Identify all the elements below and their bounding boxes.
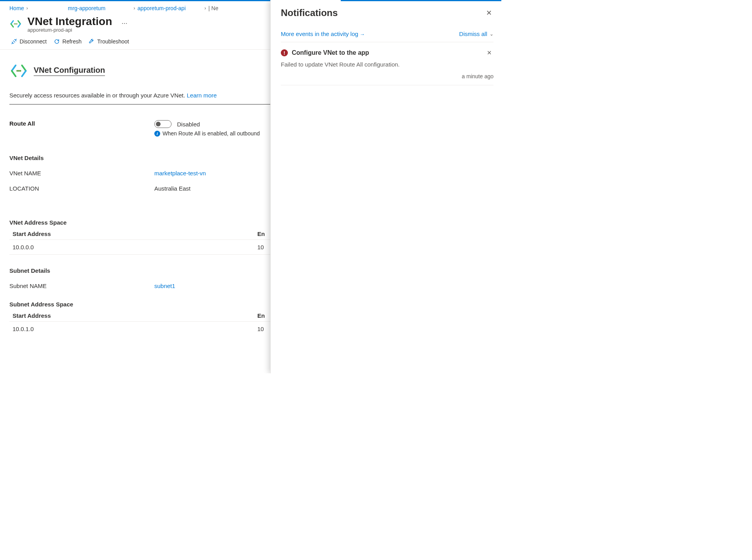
wrench-icon [89, 38, 95, 45]
route-all-state: Disabled [177, 121, 200, 128]
route-all-info: When Route All is enabled, all outbound [163, 130, 260, 137]
error-icon: ! [281, 49, 288, 56]
svg-point-5 [20, 70, 22, 72]
vnet-icon [9, 61, 28, 80]
route-all-label: Route All [9, 120, 154, 127]
vnet-name-label: VNet NAME [9, 170, 154, 176]
notification-item-title: Configure VNet to the app [292, 49, 481, 56]
content-area: VNet Configuration Securely access resou… [0, 50, 313, 336]
disconnect-icon [11, 38, 17, 45]
table-row: 10.0.0.0 10 [9, 239, 304, 255]
chevron-down-icon: ⌄ [490, 31, 494, 37]
vnet-details-heading: VNet Details [9, 155, 304, 161]
dismiss-all-button[interactable]: Dismiss all ⌄ [459, 31, 494, 37]
disconnect-button[interactable]: Disconnect [11, 38, 47, 45]
info-icon: i [154, 131, 160, 137]
vnet-icon [9, 18, 22, 30]
svg-point-2 [16, 23, 17, 24]
troubleshoot-label: Troubleshoot [97, 38, 129, 45]
breadcrumb-home[interactable]: Home [9, 5, 24, 11]
notification-item-message: Failed to update VNet Route All configur… [281, 61, 494, 68]
svg-point-3 [16, 70, 18, 72]
section-title: VNet Configuration [34, 66, 105, 76]
refresh-label: Refresh [62, 38, 81, 45]
vnet-location-label: LOCATION [9, 185, 154, 192]
breadcrumb-app[interactable]: apporetum-prod-api [137, 5, 186, 11]
learn-more-link[interactable]: Learn more [187, 92, 217, 99]
disconnect-label: Disconnect [20, 38, 47, 45]
vnet-name-link[interactable]: marketplace-test-vn [154, 170, 206, 176]
svg-point-0 [14, 23, 15, 24]
svg-point-4 [18, 70, 20, 72]
notification-item-time: a minute ago [281, 73, 494, 79]
breadcrumb-rg[interactable]: mrg-apporetum [68, 5, 105, 11]
notifications-panel: Notifications ✕ More events in the activ… [270, 0, 501, 373]
close-icon: ✕ [486, 9, 492, 17]
troubleshoot-button[interactable]: Troubleshoot [89, 38, 129, 45]
chevron-right-icon: › [204, 5, 206, 11]
more-menu-button[interactable]: ··· [121, 19, 127, 27]
section-description: Securely access resources available in o… [9, 83, 304, 104]
chevron-right-icon: › [134, 5, 135, 11]
desc-text: Securely access resources available in o… [9, 92, 187, 99]
more-events-link[interactable]: More events in the activity log [281, 31, 365, 37]
vnet-addr-heading: VNet Address Space [9, 219, 304, 226]
chevron-right-icon: › [26, 5, 28, 11]
refresh-button[interactable]: Refresh [54, 38, 81, 45]
subnet-name-link[interactable]: subnet1 [154, 283, 175, 289]
page-title: VNet Integration [27, 15, 112, 28]
svg-point-1 [15, 23, 16, 24]
dismiss-all-label: Dismiss all [459, 31, 487, 37]
notification-item: ! Configure VNet to the app ✕ Failed to … [281, 42, 494, 85]
col-start-address: Start Address [13, 230, 257, 237]
subnet-addr-start: 10.0.1.0 [13, 326, 257, 332]
subnet-addr-heading: Subnet Address Space [9, 301, 304, 308]
notifications-title: Notifications [281, 7, 338, 18]
close-button[interactable]: ✕ [484, 7, 494, 19]
table-row: 10.0.1.0 10 [9, 321, 304, 336]
vnet-addr-start: 10.0.0.0 [13, 244, 257, 250]
subnet-details-heading: Subnet Details [9, 267, 304, 274]
subnet-name-label: Subnet NAME [9, 283, 154, 289]
close-icon: ✕ [487, 49, 492, 56]
route-all-toggle[interactable] [154, 120, 172, 128]
dismiss-notification-button[interactable]: ✕ [485, 48, 494, 58]
breadcrumb-tail: | Ne [208, 5, 218, 11]
col-start-address: Start Address [13, 312, 257, 319]
refresh-icon [54, 38, 60, 45]
page-subtitle: apporetum-prod-api [27, 27, 112, 33]
